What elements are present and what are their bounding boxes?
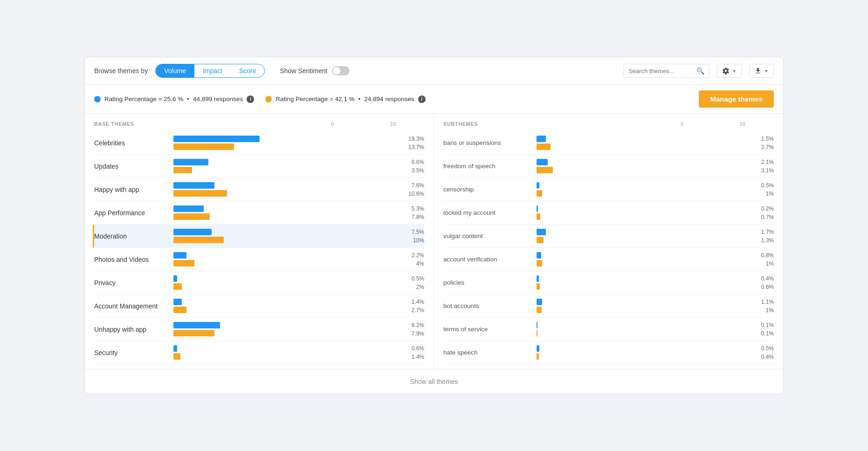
- sentiment-group: Show Sentiment: [280, 66, 350, 75]
- blue-bar-wrap: [537, 299, 746, 305]
- left-row-label: Celebrities: [94, 139, 173, 147]
- left-row-label: Security: [94, 349, 173, 356]
- orange-bar-wrap: [537, 330, 746, 336]
- left-row-label: Account Management: [94, 302, 173, 310]
- left-chart-row[interactable]: Account Management 1.4%2.7%: [94, 294, 424, 318]
- pct-col: 1.4%2.7%: [396, 298, 424, 314]
- right-panel: SUBTHEMES 0 20 bans or suspensions 1.5%2…: [434, 114, 783, 369]
- blue-bar: [173, 136, 260, 142]
- orange-bar: [537, 167, 553, 173]
- orange-bar: [173, 167, 192, 173]
- base-themes-label: BASE THEMES: [94, 121, 134, 127]
- blue-bar-wrap: [537, 229, 746, 235]
- right-chart-row[interactable]: hate speech 0.5%0.4%: [443, 341, 774, 364]
- pct-col: 0.6%1.4%: [396, 344, 424, 361]
- left-chart-row[interactable]: Updates 6.6%3.5%: [94, 155, 424, 178]
- orange-bar: [537, 307, 542, 313]
- left-chart-row[interactable]: Unhappy with app 9.2%7.9%: [94, 318, 424, 341]
- left-chart-row[interactable]: Photos and Videos 2.2%4%: [94, 248, 424, 271]
- orange-bar-wrap: [537, 237, 746, 243]
- orange-bar-wrap: [173, 330, 396, 336]
- bar-container: [173, 275, 396, 290]
- download-chevron: ▼: [764, 68, 769, 74]
- pct-col: 0.5%2%: [396, 274, 424, 291]
- bar-container: [537, 252, 746, 266]
- settings-button[interactable]: ▼: [717, 64, 742, 78]
- pct-col: 1.5%2.7%: [746, 135, 774, 151]
- orange-bar: [537, 283, 540, 290]
- bar-container: [537, 136, 746, 150]
- right-chart-row[interactable]: censorship 0.5%1%: [443, 178, 774, 201]
- orange-bar: [173, 237, 224, 243]
- left-chart-row[interactable]: Security 0.6%1.4%: [94, 341, 424, 364]
- left-row-label: Happy with app: [94, 186, 173, 193]
- right-row-label: account verification: [443, 256, 537, 263]
- browse-label: Browse themes by: [94, 67, 148, 75]
- orange-bar: [537, 330, 537, 336]
- pct-col: 0.8%1%: [746, 251, 774, 268]
- bar-container: [537, 229, 746, 243]
- blue-bar-wrap: [537, 275, 746, 282]
- top-bar: Browse themes by Volume Impact Score Sho…: [85, 57, 783, 85]
- right-row-label: freedom of speech: [443, 163, 537, 170]
- left-chart-row[interactable]: Happy with app 7.6%10.6%: [94, 178, 424, 201]
- right-row-label: bot accounts: [443, 302, 537, 309]
- blue-bar: [173, 299, 182, 305]
- blue-bar: [537, 229, 546, 235]
- tab-impact[interactable]: Impact: [194, 64, 231, 77]
- tab-volume[interactable]: Volume: [156, 64, 194, 77]
- pct-col: 7.5%10%: [396, 228, 424, 245]
- right-chart-area: bans or suspensions 1.5%2.7% freedom of …: [443, 131, 774, 364]
- orange-bar: [173, 307, 186, 313]
- left-chart-row[interactable]: Privacy 0.5%2%: [94, 271, 424, 294]
- right-chart-row[interactable]: bans or suspensions 1.5%2.7%: [443, 131, 774, 155]
- blue-bar: [173, 229, 212, 235]
- right-panel-header: SUBTHEMES 0 20: [443, 121, 774, 127]
- pct-col: 2.2%4%: [396, 251, 424, 268]
- bar-container: [537, 182, 746, 197]
- pct-col: 0.2%0.7%: [746, 205, 774, 221]
- left-axis-0: 0: [331, 121, 334, 127]
- left-chart-row[interactable]: App Performance 5.3%7.8%: [94, 201, 424, 225]
- orange-bar-wrap: [173, 283, 396, 290]
- right-chart-row[interactable]: policies 0.4%0.6%: [443, 271, 774, 294]
- pct-col: 0.4%0.6%: [746, 274, 774, 291]
- right-chart-row[interactable]: freedom of speech 2.1%3.1%: [443, 155, 774, 178]
- stat2-info-icon[interactable]: i: [418, 96, 426, 103]
- manage-themes-button[interactable]: Manage themes: [699, 90, 774, 108]
- right-chart-row[interactable]: bot accounts 1.1%1%: [443, 294, 774, 318]
- blue-bar: [173, 159, 208, 165]
- orange-bar-wrap: [173, 353, 396, 360]
- download-button[interactable]: ▼: [749, 64, 774, 78]
- search-icon: 🔍: [696, 67, 704, 75]
- blue-bar-wrap: [537, 345, 746, 352]
- bar-container: [173, 205, 396, 220]
- show-all-button[interactable]: Show all themes: [85, 369, 783, 394]
- orange-bar-wrap: [173, 213, 396, 220]
- right-chart-row[interactable]: account verification 0.8%1%: [443, 248, 774, 271]
- blue-bar-wrap: [173, 275, 396, 282]
- left-chart-row[interactable]: Moderation 7.5%10%: [93, 225, 424, 248]
- right-row-label: terms of service: [443, 326, 537, 333]
- right-chart-row[interactable]: vulgar content 1.7%1.3%: [443, 225, 774, 248]
- orange-bar: [537, 237, 544, 243]
- right-chart-row[interactable]: locked my account 0.2%0.7%: [443, 201, 774, 225]
- tab-score[interactable]: Score: [231, 64, 265, 77]
- stat-item-2: Rating Percentage = 42.1 % • 24,894 resp…: [265, 96, 425, 103]
- pct-col: 7.6%10.6%: [396, 181, 424, 198]
- orange-bar: [173, 353, 180, 360]
- orange-bar: [173, 330, 214, 336]
- stat1-info-icon[interactable]: i: [247, 96, 254, 103]
- left-axis-20: 20: [390, 121, 396, 127]
- search-box[interactable]: 🔍: [623, 64, 710, 78]
- pct-col: 19.3%13.7%: [396, 135, 424, 151]
- blue-bar-wrap: [173, 252, 396, 259]
- pct-col: 1.7%1.3%: [746, 228, 774, 245]
- bar-container: [537, 205, 746, 220]
- left-row-label: App Performance: [94, 209, 173, 217]
- left-chart-row[interactable]: Celebrities 19.3%13.7%: [94, 131, 424, 155]
- search-input[interactable]: [628, 68, 694, 75]
- sentiment-toggle[interactable]: [332, 66, 350, 75]
- blue-bar-wrap: [173, 182, 396, 189]
- right-chart-row[interactable]: terms of service 0.1%0.1%: [443, 318, 774, 341]
